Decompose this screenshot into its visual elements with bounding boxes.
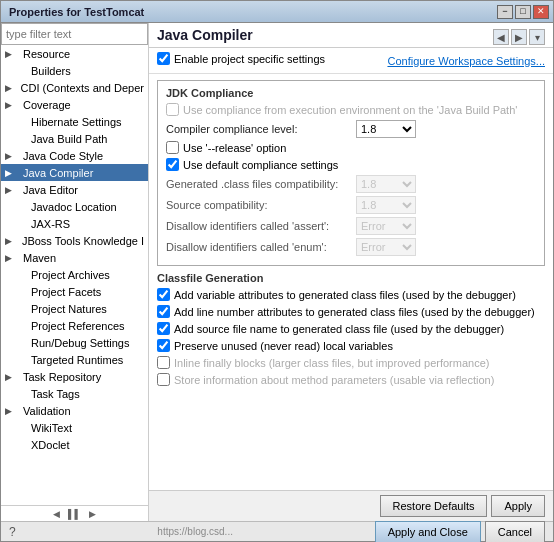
sidebar-item-validation[interactable]: ▶Validation (1, 402, 148, 419)
tree-arrow-icon: ▶ (5, 236, 15, 246)
nav-arrows: ◀ ▶ ▾ (493, 29, 545, 45)
sidebar-item-project-facets[interactable]: Project Facets (1, 283, 148, 300)
scroll-right-icon[interactable]: ▶ (89, 509, 96, 519)
close-button[interactable]: ✕ (533, 5, 549, 19)
classfile-item-0: Add variable attributes to generated cla… (157, 288, 545, 301)
sidebar-bottom: ◀ ▌▌ ▶ (1, 505, 148, 521)
sidebar-item-jboss-tools-knowledge-i[interactable]: ▶JBoss Tools Knowledge I (1, 232, 148, 249)
sidebar-item-rundebug-settings[interactable]: Run/Debug Settings (1, 334, 148, 351)
scroll-left-icon[interactable]: ◀ (53, 509, 60, 519)
sidebar: ▶ResourceBuilders▶CDI (Contexts and Depe… (1, 23, 149, 521)
sidebar-item-label: Project Facets (31, 286, 101, 298)
nav-back-button[interactable]: ◀ (493, 29, 509, 45)
disallow-enum-select[interactable]: Error (356, 238, 416, 256)
classfile-item-3: Preserve unused (never read) local varia… (157, 339, 545, 352)
classfile-label-3: Preserve unused (never read) local varia… (174, 340, 393, 352)
dialog-buttons: Apply and Close Cancel (375, 521, 545, 543)
sidebar-item-project-archives[interactable]: Project Archives (1, 266, 148, 283)
sidebar-item-label: Java Compiler (23, 167, 93, 179)
enable-row: Enable project specific settings Configu… (149, 48, 553, 74)
source-compat-select[interactable]: 1.8 (356, 196, 416, 214)
use-execution-env-label: Use compliance from execution environmen… (183, 104, 517, 116)
sidebar-item-java-editor[interactable]: ▶Java Editor (1, 181, 148, 198)
generated-class-row: Generated .class files compatibility: 1.… (166, 175, 536, 193)
help-icon[interactable]: ? (9, 525, 16, 539)
sidebar-item-project-natures[interactable]: Project Natures (1, 300, 148, 317)
sidebar-item-label: Validation (23, 405, 71, 417)
restore-defaults-button[interactable]: Restore Defaults (380, 495, 488, 517)
classfile-label-2: Add source file name to generated class … (174, 323, 504, 335)
classfile-checkbox-2[interactable] (157, 322, 170, 335)
classfile-label-0: Add variable attributes to generated cla… (174, 289, 516, 301)
sidebar-item-label: Task Repository (23, 371, 101, 383)
sidebar-item-cdi-contexts-and-deper[interactable]: ▶CDI (Contexts and Deper (1, 79, 148, 96)
sidebar-item-xdoclet[interactable]: XDoclet (1, 436, 148, 453)
sidebar-item-wikitext[interactable]: WikiText (1, 419, 148, 436)
classfile-checkbox-5[interactable] (157, 373, 170, 386)
configure-link[interactable]: Configure Workspace Settings... (387, 55, 545, 67)
use-execution-env-checkbox[interactable] (166, 103, 179, 116)
disallow-enum-label: Disallow identifiers called 'enum': (166, 241, 356, 253)
panel-title: Java Compiler (157, 27, 253, 47)
sidebar-item-label: Java Editor (23, 184, 78, 196)
sidebar-item-label: Maven (23, 252, 56, 264)
sidebar-item-resource[interactable]: ▶Resource (1, 45, 148, 62)
enable-checkbox-container: Enable project specific settings (157, 52, 325, 65)
sidebar-item-javadoc-location[interactable]: Javadoc Location (1, 198, 148, 215)
filter-input[interactable] (1, 23, 148, 45)
use-release-checkbox[interactable] (166, 141, 179, 154)
sidebar-item-java-build-path[interactable]: Java Build Path (1, 130, 148, 147)
sidebar-item-label: Project References (31, 320, 125, 332)
sidebar-item-coverage[interactable]: ▶Coverage (1, 96, 148, 113)
use-default-checkbox[interactable] (166, 158, 179, 171)
minimize-button[interactable]: − (497, 5, 513, 19)
use-execution-env-row: Use compliance from execution environmen… (166, 103, 536, 116)
status-url: https://blog.csd... (157, 526, 233, 537)
sidebar-item-java-code-style[interactable]: ▶Java Code Style (1, 147, 148, 164)
nav-down-button[interactable]: ▾ (529, 29, 545, 45)
sidebar-item-project-references[interactable]: Project References (1, 317, 148, 334)
sidebar-item-java-compiler[interactable]: ▶Java Compiler (1, 164, 148, 181)
sidebar-item-maven[interactable]: ▶Maven (1, 249, 148, 266)
generated-class-select[interactable]: 1.8 (356, 175, 416, 193)
jdk-compliance-section: JDK Compliance Use compliance from execu… (157, 80, 545, 266)
sidebar-item-targeted-runtimes[interactable]: Targeted Runtimes (1, 351, 148, 368)
source-compat-row: Source compatibility: 1.8 (166, 196, 536, 214)
sidebar-item-label: XDoclet (31, 439, 70, 451)
tree-arrow-icon: ▶ (5, 372, 15, 382)
tree-arrow-icon: ▶ (5, 151, 15, 161)
classfile-checkbox-0[interactable] (157, 288, 170, 301)
enable-checkbox[interactable] (157, 52, 170, 65)
compliance-level-select[interactable]: 1.8 (356, 120, 416, 138)
use-release-row: Use '--release' option (166, 141, 536, 154)
sidebar-item-label: Javadoc Location (31, 201, 117, 213)
title-bar: Properties for TestTomcat − □ ✕ (1, 1, 553, 23)
use-default-label: Use default compliance settings (183, 159, 338, 171)
classfile-checkbox-3[interactable] (157, 339, 170, 352)
classfile-item-4: Inline finally blocks (larger class file… (157, 356, 545, 369)
sidebar-item-task-repository[interactable]: ▶Task Repository (1, 368, 148, 385)
tree-arrow-icon: ▶ (5, 253, 15, 263)
sidebar-item-builders[interactable]: Builders (1, 62, 148, 79)
tree-container: ▶ResourceBuilders▶CDI (Contexts and Depe… (1, 45, 148, 505)
settings-content: JDK Compliance Use compliance from execu… (149, 74, 553, 490)
sidebar-item-task-tags[interactable]: Task Tags (1, 385, 148, 402)
nav-fwd-button[interactable]: ▶ (511, 29, 527, 45)
sidebar-item-label: Java Build Path (31, 133, 107, 145)
sidebar-item-hibernate-settings[interactable]: Hibernate Settings (1, 113, 148, 130)
classfile-checkbox-4[interactable] (157, 356, 170, 369)
sidebar-item-jax-rs[interactable]: JAX-RS (1, 215, 148, 232)
apply-close-button[interactable]: Apply and Close (375, 521, 481, 543)
apply-button[interactable]: Apply (491, 495, 545, 517)
classfile-items: Add variable attributes to generated cla… (157, 288, 545, 386)
disallow-assert-row: Disallow identifiers called 'assert': Er… (166, 217, 536, 235)
classfile-item-5: Store information about method parameter… (157, 373, 545, 386)
sidebar-item-label: Targeted Runtimes (31, 354, 123, 366)
sidebar-item-label: CDI (Contexts and Deper (21, 82, 145, 94)
cancel-button[interactable]: Cancel (485, 521, 545, 543)
maximize-button[interactable]: □ (515, 5, 531, 19)
classfile-label-5: Store information about method parameter… (174, 374, 494, 386)
classfile-checkbox-1[interactable] (157, 305, 170, 318)
sidebar-item-label: Task Tags (31, 388, 80, 400)
disallow-assert-select[interactable]: Error (356, 217, 416, 235)
